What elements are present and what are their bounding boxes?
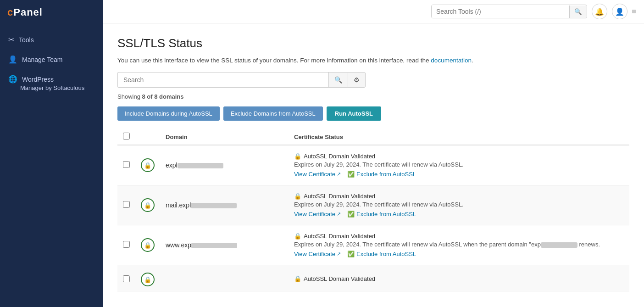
page-description: You can use this interface to view the S… [117,57,629,64]
user-button[interactable]: 👤 [612,4,627,19]
search-bar: 🔍 ⚙ [117,72,629,88]
sidebar-item-tools-label: Tools [19,36,34,44]
row-cert-cell: 🔒 AutoSSL Domain Validated Expires on Ju… [289,225,629,265]
ssl-status-icon: 🔒 [141,158,155,172]
select-all-checkbox[interactable] [123,133,130,140]
wordpress-label: WordPress [22,76,54,83]
view-cert-label: View Certificate [294,211,335,218]
search-input[interactable] [117,72,328,88]
header-icon-col [135,129,160,145]
row-domain-cell: mail.expl [160,185,289,225]
row-checkbox-cell [117,265,135,291]
cert-title: 🔒 AutoSSL Domain Validated [294,233,624,240]
row-domain-cell: www.exp [160,225,289,265]
row-icon-cell: 🔒 [135,185,160,225]
manage-team-icon: 👤 [8,55,17,64]
circle-check-icon: ✅ [347,211,355,218]
domain-redacted [191,243,237,248]
exclude-label: Exclude from AutoSSL [356,251,416,257]
wordpress-icon: 🌐 [8,75,17,84]
row-checkbox[interactable] [123,161,130,168]
row-cert-cell: 🔒 AutoSSL Domain Validated Expires on Ju… [289,145,629,185]
ssl-status-icon: 🔒 [141,198,155,212]
scrollbar-indicator [632,10,636,13]
exclude-domains-button[interactable]: Exclude Domains from AutoSSL [223,106,323,121]
exclude-autossl-link[interactable]: ✅ Exclude from AutoSSL [347,211,416,218]
exclude-autossl-link[interactable]: ✅ Exclude from AutoSSL [347,251,416,257]
action-buttons: Include Domains during AutoSSL Exclude D… [117,106,629,121]
notifications-button[interactable]: 🔔 [592,4,607,19]
wordpress-sublabel: Manager by Softaculous [20,84,84,91]
sidebar-logo: cPanel [0,0,103,25]
search-settings-button[interactable]: ⚙ [348,72,366,88]
search-submit-button[interactable]: 🔍 [328,72,348,88]
row-checkbox-cell [117,185,135,225]
cert-status-text: AutoSSL Domain Validated [304,275,375,282]
cpanel-logo-text: cPanel [7,6,95,18]
exclude-label: Exclude from AutoSSL [356,211,416,218]
lock-icon: 🔒 [294,233,301,240]
row-icon-cell: 🔒 [135,145,160,185]
row-checkbox-cell [117,145,135,185]
cert-title: 🔒 AutoSSL Domain Validated [294,153,624,160]
sidebar-item-manage-team-label: Manage Team [22,56,62,63]
row-checkbox[interactable] [123,241,130,248]
domain-prefix: expl [166,162,178,169]
include-domains-button[interactable]: Include Domains during AutoSSL [117,106,220,121]
cert-status-text: AutoSSL Domain Validated [304,233,375,240]
cert-expires: Expires on July 29, 2024. The certificat… [294,201,624,208]
user-icon: 👤 [615,7,624,16]
cert-links: View Certificate ↗ ✅ Exclude from AutoSS… [294,251,624,257]
header-checkbox-col [117,129,135,145]
exclude-autossl-link[interactable]: ✅ Exclude from AutoSSL [347,171,416,178]
showing-count: Showing 8 of 8 domains [117,93,629,100]
view-cert-label: View Certificate [294,171,335,178]
main-area: 🔍 🔔 👤 SSL/TLS Status You can use this in… [103,0,644,307]
table-row: 🔒 www.exp 🔒 AutoSSL Domain Validated Exp… [117,225,629,265]
view-certificate-link[interactable]: View Certificate ↗ [294,211,341,218]
view-certificate-link[interactable]: View Certificate ↗ [294,171,341,178]
lock-icon: 🔒 [294,193,301,200]
search-tools-wrap: 🔍 [431,5,587,18]
cert-links: View Certificate ↗ ✅ Exclude from AutoSS… [294,171,624,178]
domain-prefix: mail.expl [166,201,191,209]
tools-icon: ✂ [8,35,14,44]
external-link-icon: ↗ [337,211,341,217]
documentation-link[interactable]: documentation [431,57,472,64]
cert-title: 🔒 AutoSSL Domain Validated [294,193,624,200]
exclude-label: Exclude from AutoSSL [356,171,416,178]
sidebar: cPanel ✂ Tools 👤 Manage Team 🌐 WordPress… [0,0,103,307]
cert-status-text: AutoSSL Domain Validated [304,193,375,200]
bell-icon: 🔔 [595,7,604,16]
cert-status-text: AutoSSL Domain Validated [304,153,375,160]
row-cert-cell: 🔒 AutoSSL Domain Validated [289,265,629,291]
sidebar-item-manage-team[interactable]: 👤 Manage Team [0,50,103,69]
domain-redacted [191,203,237,208]
table-row: 🔒 mail.expl 🔒 AutoSSL Domain Validated E… [117,185,629,225]
row-icon-cell: 🔒 [135,265,160,291]
row-checkbox[interactable] [123,201,130,208]
run-autossl-button[interactable]: Run AutoSSL [327,106,381,121]
row-domain-cell [160,265,289,291]
description-text-before: You can use this interface to view the S… [117,57,431,64]
external-link-icon: ↗ [337,171,341,177]
row-domain-cell: expl [160,145,289,185]
sidebar-item-tools[interactable]: ✂ Tools [0,30,103,50]
wordpress-top-row: 🌐 WordPress [8,75,54,84]
domains-table: Domain Certificate Status 🔒 expl 🔒 AutoS… [117,129,629,291]
sidebar-item-wordpress[interactable]: 🌐 WordPress Manager by Softaculous [0,69,103,97]
search-tools-input[interactable] [432,5,569,18]
ssl-status-icon: 🔒 [141,238,155,252]
view-certificate-link[interactable]: View Certificate ↗ [294,251,341,257]
circle-check-icon: ✅ [347,171,355,178]
row-checkbox-cell [117,225,135,265]
sidebar-nav: ✂ Tools 👤 Manage Team 🌐 WordPress Manage… [0,25,103,101]
showing-count-value: 8 of 8 domains [142,93,184,100]
search-tools-button[interactable]: 🔍 [569,6,587,18]
lock-icon: 🔒 [294,275,301,282]
cert-expires: Expires on July 29, 2024. The certificat… [294,241,624,248]
circle-check-icon: ✅ [347,251,355,257]
header-cert-col: Certificate Status [289,129,629,145]
content-area: SSL/TLS Status You can use this interfac… [103,23,644,307]
row-checkbox[interactable] [123,275,130,282]
